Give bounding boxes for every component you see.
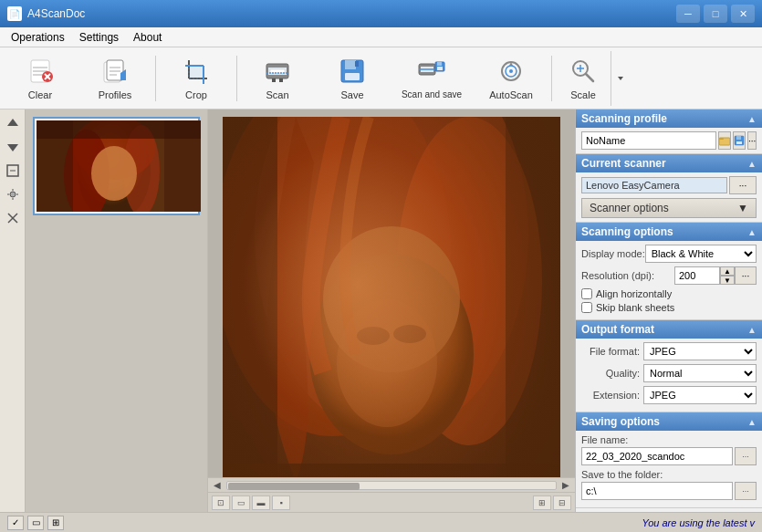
- scrollbar-track[interactable]: [226, 481, 557, 490]
- quality-select[interactable]: Normal Best Low: [643, 364, 757, 382]
- toolbar-sep-1: [155, 56, 156, 101]
- toolbar-sep-2: [236, 56, 237, 101]
- minimize-button[interactable]: ─: [676, 5, 700, 23]
- scanner-more-btn[interactable]: ···: [729, 176, 757, 194]
- profile-name-input[interactable]: [581, 131, 716, 150]
- nav-down-icon[interactable]: [3, 137, 23, 157]
- folder-input[interactable]: [581, 482, 733, 500]
- horizontal-scrollbar[interactable]: ◀ ▶: [208, 477, 575, 492]
- thumbnail-item[interactable]: [33, 117, 200, 215]
- scanning-profile-header[interactable]: Scanning profile ▲: [576, 110, 762, 128]
- thumbnail-image: [37, 120, 201, 212]
- extension-label: Extension:: [581, 390, 643, 401]
- save-icon: [338, 57, 367, 86]
- current-scanner-section: Current scanner ▲ Lenovo EasyCamera ··· …: [576, 154, 762, 223]
- svg-rect-26: [345, 73, 360, 80]
- status-grid-btn[interactable]: ⊞: [47, 516, 64, 530]
- view-icon-1[interactable]: ⊡: [212, 495, 230, 510]
- svg-rect-62: [223, 117, 560, 477]
- status-check-btn[interactable]: ✓: [7, 516, 24, 530]
- nav-fit-icon[interactable]: [3, 161, 23, 181]
- profile-save-btn[interactable]: [733, 131, 746, 150]
- svg-point-63: [223, 117, 451, 436]
- svg-point-72: [357, 327, 390, 345]
- view-icon-3[interactable]: ▬: [252, 495, 270, 510]
- output-format-header[interactable]: Output format ▲: [576, 320, 762, 339]
- scan-button[interactable]: Scan: [241, 51, 314, 106]
- profile-more-btn[interactable]: ···: [747, 131, 757, 150]
- scrollbar-thumb[interactable]: [228, 483, 360, 490]
- status-view-btn[interactable]: ▭: [27, 516, 44, 530]
- svg-point-67: [323, 226, 460, 372]
- skip-blank-sheets-label: Skip blank sheets: [596, 302, 674, 313]
- scan-and-save-button[interactable]: Scan and save: [391, 51, 473, 106]
- file-format-select[interactable]: JPEG PNG TIFF PDF: [643, 342, 757, 360]
- extension-select[interactable]: JPEG JPG PNG: [643, 386, 757, 404]
- svg-rect-22: [272, 78, 276, 82]
- resolution-down-btn[interactable]: ▼: [720, 276, 735, 285]
- scan-bottom-icons: ⊡ ▭ ▬ ▪ ⊞ ⊟: [208, 492, 575, 512]
- display-mode-select[interactable]: Black & White Grayscale Color: [645, 245, 757, 263]
- autoscan-button[interactable]: AutoScan: [475, 51, 548, 106]
- title-bar: 📄 A4ScanDoc ─ □ ✕: [0, 0, 762, 27]
- svg-rect-17: [189, 66, 204, 78]
- profiles-icon: [100, 57, 130, 86]
- brightness-icon[interactable]: [3, 184, 23, 204]
- profiles-button[interactable]: Profiles: [78, 51, 151, 106]
- scanner-options-button[interactable]: Scanner options ▼: [581, 198, 757, 218]
- nav-up-icon[interactable]: [3, 113, 23, 133]
- cross-icon[interactable]: [3, 208, 23, 228]
- resolution-label: Resolution (dpi):: [581, 270, 674, 281]
- scan-scroll-area[interactable]: [208, 110, 575, 477]
- file-name-more-btn[interactable]: ···: [735, 447, 757, 465]
- menu-bar: Operations Settings About: [0, 27, 762, 47]
- svg-rect-78: [736, 141, 742, 144]
- scale-dropdown-arrow[interactable]: [611, 51, 629, 106]
- saving-options-header[interactable]: Saving options ▲: [576, 412, 762, 431]
- output-format-section: Output format ▲ File format: JPEG PNG TI…: [576, 320, 762, 412]
- thumbnail-panel: [26, 110, 208, 512]
- scanner-options-arrow: ▼: [737, 202, 748, 214]
- quality-label: Quality:: [581, 368, 643, 379]
- svg-rect-27: [355, 61, 359, 67]
- crop-button[interactable]: Crop: [160, 51, 233, 106]
- svg-rect-68: [223, 117, 277, 477]
- scanning-profile-title: Scanning profile: [581, 112, 667, 125]
- view-icon-4[interactable]: ▪: [272, 495, 290, 510]
- folder-browse-btn[interactable]: ···: [735, 482, 757, 500]
- clear-button[interactable]: Clear: [4, 51, 77, 106]
- scan-and-save-label: Scan and save: [402, 89, 462, 99]
- svg-point-36: [509, 69, 513, 73]
- align-horizontally-checkbox[interactable]: [581, 288, 592, 299]
- current-scanner-header[interactable]: Current scanner ▲: [576, 154, 762, 172]
- status-message: You are using the latest v: [642, 517, 755, 528]
- crop-label: Crop: [185, 89, 207, 100]
- close-button[interactable]: ✕: [731, 5, 755, 23]
- resolution-row: Resolution (dpi): ▲ ▼ ···: [581, 266, 757, 285]
- scanning-profile-collapse: ▲: [747, 114, 757, 124]
- scanner-options-label: Scanner options: [590, 202, 669, 214]
- skip-blank-sheets-checkbox[interactable]: [581, 302, 592, 313]
- resolution-more-btn[interactable]: ···: [735, 266, 757, 285]
- view-icon-2[interactable]: ▭: [232, 495, 250, 510]
- resolution-input[interactable]: [674, 266, 720, 285]
- scan-icon: [263, 57, 292, 86]
- scale-button[interactable]: Scale: [556, 51, 611, 106]
- maximize-button[interactable]: □: [704, 5, 727, 23]
- scan-and-save-icon: [417, 57, 446, 86]
- scanning-options-header[interactable]: Scanning options ▲: [576, 223, 762, 241]
- svg-rect-61: [37, 120, 201, 139]
- svg-rect-32: [437, 62, 442, 66]
- profile-folder-btn[interactable]: [718, 131, 731, 150]
- window-controls: ─ □ ✕: [676, 5, 755, 23]
- menu-settings[interactable]: Settings: [72, 29, 126, 46]
- menu-about[interactable]: About: [126, 29, 169, 46]
- menu-operations[interactable]: Operations: [4, 29, 72, 46]
- file-name-input[interactable]: [581, 447, 733, 465]
- resolution-up-btn[interactable]: ▲: [720, 266, 735, 276]
- view-icon-6[interactable]: ⊟: [553, 495, 571, 510]
- view-icon-5[interactable]: ⊞: [533, 495, 551, 510]
- scanning-options-collapse: ▲: [747, 227, 757, 237]
- scanning-options-title: Scanning options: [581, 225, 673, 238]
- save-button[interactable]: Save: [316, 51, 389, 106]
